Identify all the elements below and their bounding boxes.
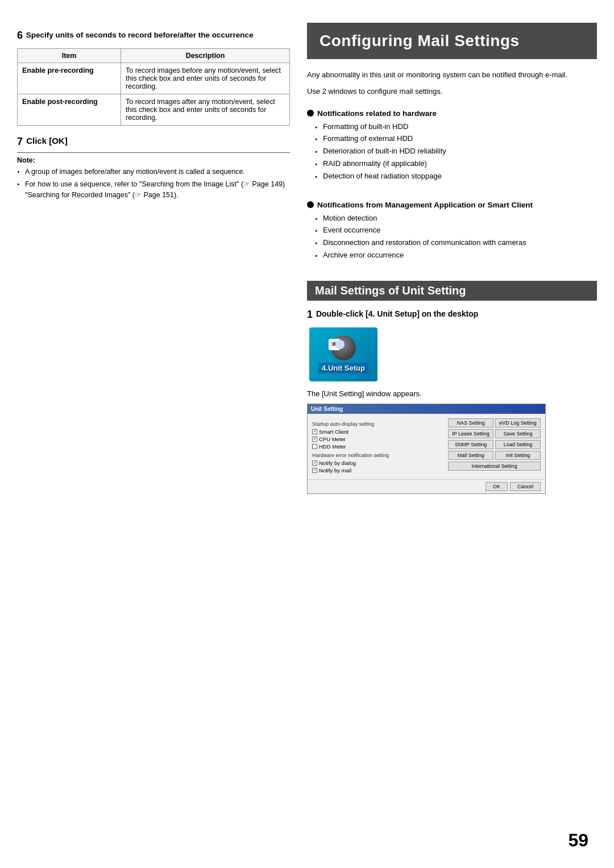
snmp-setting-button[interactable]: SNMP Setting bbox=[448, 440, 493, 449]
notif-hw-item-3: Deterioration of built-in HDD reliabilit… bbox=[315, 146, 597, 157]
notif-management-list: Motion detection Event occurrence Discon… bbox=[307, 213, 597, 261]
checkbox-cpu-meter[interactable]: ✓ CPU Meter bbox=[312, 436, 443, 442]
step1-number: 1 bbox=[307, 309, 313, 320]
checkbox-notify-dialog[interactable]: ✓ Notify by dialog bbox=[312, 460, 443, 466]
title-bar: Configuring Mail Settings bbox=[307, 23, 597, 59]
circle-bullet-icon bbox=[307, 110, 314, 117]
mail-section-title: Mail Settings of Unit Setting bbox=[315, 284, 589, 297]
checkbox-smart-client-box[interactable]: ✓ bbox=[312, 429, 317, 434]
notif-mgmt-item-3: Disconnection and restoration of communi… bbox=[315, 237, 597, 249]
camera-icon bbox=[331, 342, 337, 347]
checkbox-smart-client[interactable]: ✓ Smart Client bbox=[312, 429, 443, 435]
step6-heading: 6 Specify units of seconds to record bef… bbox=[17, 28, 290, 43]
table-row: Enable post-recording To record images a… bbox=[18, 94, 290, 126]
note-bullet-list: A group of images before/after any motio… bbox=[17, 167, 290, 200]
checkbox-notify-mail-box[interactable]: ✓ bbox=[312, 468, 317, 473]
desktop-icon-label: 4.Unit Setup bbox=[318, 363, 368, 373]
window-appears-text: The [Unit Setting] window appears. bbox=[307, 389, 597, 398]
notif-hw-item-2: Formatting of external HDD bbox=[315, 133, 597, 145]
table-cell-item-2: Enable post-recording bbox=[18, 94, 121, 126]
unit-setting-titlebar: Unit Setting bbox=[308, 404, 545, 414]
note-label: Note: bbox=[17, 156, 290, 164]
unit-setting-left: Startup auto-display setting ✓ Smart Cli… bbox=[312, 418, 443, 475]
save-setting-button[interactable]: Save Setting bbox=[495, 429, 541, 438]
load-setting-button[interactable]: Load Setting bbox=[495, 440, 541, 449]
checkbox-cpu-meter-label: CPU Meter bbox=[319, 436, 346, 442]
step7-heading: 7 Click [OK] bbox=[17, 136, 290, 148]
note-section: Note: A group of images before/after any… bbox=[17, 152, 290, 200]
international-setting-button[interactable]: International Setting bbox=[448, 462, 541, 471]
desktop-icon-graphic bbox=[331, 335, 356, 360]
unit-setting-right: NAS Setting eVD Log Setting IP Lease Set… bbox=[448, 418, 541, 475]
step6-number: 6 bbox=[17, 30, 23, 41]
checkbox-notify-dialog-label: Notify by dialog bbox=[319, 460, 356, 466]
notif-hw-item-5: Detection of heat radiation stoppage bbox=[315, 171, 597, 182]
intro-text-1: Any abnormality in this unit or monitori… bbox=[307, 69, 597, 81]
hw-notif-label: Hardware error notification setting bbox=[312, 452, 443, 458]
unit-setting-footer: OK Cancel bbox=[308, 479, 545, 493]
checkbox-smart-client-label: Smart Client bbox=[319, 429, 349, 435]
notif-management-heading: Notifications from Management Applicatio… bbox=[307, 201, 597, 209]
note-bullet-2: For how to use a sequence, refer to "Sea… bbox=[17, 179, 290, 201]
page-title: Configuring Mail Settings bbox=[320, 32, 584, 50]
checkbox-cpu-meter-box[interactable]: ✓ bbox=[312, 437, 317, 442]
circle-bullet-icon-2 bbox=[307, 201, 314, 208]
notif-management-section: Notifications from Management Applicatio… bbox=[307, 201, 597, 266]
page-container: 6 Specify units of seconds to record bef… bbox=[0, 0, 614, 868]
table-cell-desc-2: To record images after any motion/event,… bbox=[121, 94, 290, 126]
checkbox-notify-dialog-box[interactable]: ✓ bbox=[312, 460, 317, 466]
cancel-button[interactable]: Cancel bbox=[510, 482, 541, 491]
left-column: 6 Specify units of seconds to record bef… bbox=[17, 23, 290, 845]
notif-hardware-section: Notifications related to hardware Format… bbox=[307, 109, 597, 187]
ok-button[interactable]: OK bbox=[486, 482, 508, 491]
right-column: Configuring Mail Settings Any abnormalit… bbox=[307, 23, 597, 845]
checkbox-hdd-meter[interactable]: HDD Meter bbox=[312, 443, 443, 450]
checkbox-notify-mail-label: Notify by mail bbox=[319, 467, 351, 474]
step1-heading: 1 Double-click [4. Unit Setup] on the de… bbox=[307, 309, 597, 321]
table-cell-desc-1: To record images before any motion/event… bbox=[121, 63, 290, 94]
checkbox-hdd-meter-label: HDD Meter bbox=[319, 443, 346, 450]
startup-label: Startup auto-display setting bbox=[312, 421, 443, 427]
table-row: Enable pre-recording To record images be… bbox=[18, 63, 290, 94]
table-header-item: Item bbox=[18, 49, 121, 63]
nas-setting-button[interactable]: NAS Setting bbox=[448, 418, 493, 427]
ip-lease-setting-button[interactable]: IP Lease Setting bbox=[448, 429, 493, 438]
checkbox-hdd-meter-box[interactable] bbox=[312, 444, 317, 449]
step7-number: 7 bbox=[17, 136, 23, 147]
notif-mgmt-item-2: Event occurrence bbox=[315, 225, 597, 236]
evd-log-setting-button[interactable]: eVD Log Setting bbox=[495, 418, 541, 427]
mail-setting-button[interactable]: Mail Setting bbox=[448, 451, 493, 460]
notif-mgmt-item-1: Motion detection bbox=[315, 213, 597, 225]
unit-setting-window: Unit Setting Startup auto-display settin… bbox=[307, 404, 546, 494]
intro-text-2: Use 2 windows to configure mail settings… bbox=[307, 86, 597, 98]
notif-hardware-list: Formatting of built-in HDD Formatting of… bbox=[307, 121, 597, 182]
desktop-icon-container[interactable]: 4.Unit Setup bbox=[309, 327, 377, 381]
settings-table: Item Description Enable pre-recording To… bbox=[17, 48, 290, 126]
table-cell-item-1: Enable pre-recording bbox=[18, 63, 121, 94]
note-bullet-1: A group of images before/after any motio… bbox=[17, 167, 290, 177]
checkbox-notify-mail[interactable]: ✓ Notify by mail bbox=[312, 467, 443, 474]
unit-setting-body: Startup auto-display setting ✓ Smart Cli… bbox=[308, 414, 545, 479]
notif-hw-item-4: RAID abnormality (if applicable) bbox=[315, 158, 597, 170]
page-number: 59 bbox=[568, 830, 588, 851]
mail-section-title-bar: Mail Settings of Unit Setting bbox=[307, 281, 597, 301]
unit-setting-title: Unit Setting bbox=[311, 406, 343, 412]
notif-hardware-heading: Notifications related to hardware bbox=[307, 109, 597, 118]
notif-hw-item-1: Formatting of built-in HDD bbox=[315, 121, 597, 133]
icon-small-overlay bbox=[329, 339, 340, 350]
notif-mgmt-item-4: Archive error occurrence bbox=[315, 250, 597, 261]
svg-point-1 bbox=[333, 342, 336, 345]
table-header-description: Description bbox=[121, 49, 290, 63]
init-setting-button[interactable]: Init Setting bbox=[495, 451, 541, 460]
